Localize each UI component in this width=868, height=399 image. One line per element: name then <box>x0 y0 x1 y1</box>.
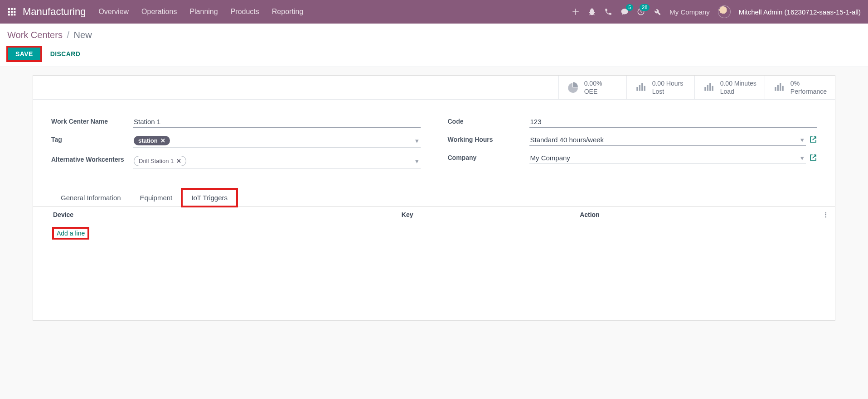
svg-rect-5 <box>14 11 15 13</box>
label-code: Code <box>448 116 525 125</box>
company-selector[interactable]: My Company <box>669 8 709 16</box>
save-button[interactable]: SAVE <box>7 47 41 61</box>
stat-lost[interactable]: 0.00 Hours Lost <box>626 76 694 99</box>
iot-table-wrap: Device Key Action ⋮ Add a line <box>33 207 835 320</box>
tag-remove-icon[interactable]: ✕ <box>160 137 165 144</box>
username[interactable]: Mitchell Admin (16230712-saas-15-1-all) <box>739 8 861 16</box>
main-menu: Overview Operations Planning Products Re… <box>98 8 303 16</box>
svg-rect-19 <box>777 85 779 91</box>
apps-icon[interactable] <box>7 7 16 16</box>
svg-rect-16 <box>709 83 711 91</box>
alt-remove-icon[interactable]: ✕ <box>176 158 181 164</box>
bar-chart-icon <box>703 81 715 94</box>
input-tag[interactable]: station ✕ ▾ <box>133 134 421 148</box>
label-company: Company <box>448 152 525 161</box>
working-hours-value: Standard 40 hours/week <box>530 136 604 144</box>
stat-oee[interactable]: 0.00% OEE <box>558 76 626 99</box>
chevron-down-icon: ▾ <box>415 157 419 165</box>
svg-rect-15 <box>707 85 708 91</box>
table-empty-space <box>33 243 835 320</box>
iot-triggers-table: Device Key Action ⋮ Add a line <box>33 207 835 243</box>
svg-rect-18 <box>775 87 776 91</box>
breadcrumb-current: New <box>74 30 92 40</box>
messages-icon[interactable]: 5 <box>621 8 629 16</box>
pie-chart-icon <box>567 81 579 94</box>
tab-equipment[interactable]: Equipment <box>131 189 182 207</box>
alt-chip-label: Drill Station 1 <box>139 158 174 164</box>
stat-load-label: Load <box>720 87 756 96</box>
svg-rect-3 <box>8 11 10 13</box>
chevron-down-icon: ▾ <box>415 137 419 145</box>
svg-rect-4 <box>11 11 13 13</box>
label-tag: Tag <box>51 134 128 143</box>
chevron-down-icon: ▾ <box>800 136 804 144</box>
svg-rect-10 <box>636 87 638 91</box>
bug-icon[interactable] <box>588 8 596 16</box>
messages-badge: 5 <box>626 4 633 11</box>
input-working-hours[interactable]: Standard 40 hours/week ▾ <box>529 134 806 146</box>
svg-rect-0 <box>8 8 10 10</box>
input-code[interactable] <box>529 116 817 128</box>
svg-rect-21 <box>782 86 783 91</box>
alt-chip[interactable]: Drill Station 1 ✕ <box>134 156 186 166</box>
avatar[interactable] <box>718 5 731 18</box>
input-alt-workcenters[interactable]: Drill Station 1 ✕ ▾ <box>133 154 421 168</box>
label-name: Work Center Name <box>51 116 128 125</box>
svg-rect-1 <box>11 8 13 10</box>
top-nav: Manufacturing Overview Operations Planni… <box>0 0 868 24</box>
tab-iot-triggers[interactable]: IoT Triggers <box>182 189 237 207</box>
svg-rect-6 <box>8 14 10 15</box>
menu-operations[interactable]: Operations <box>141 8 177 16</box>
company-value: My Company <box>530 154 570 162</box>
stat-bar: 0.00% OEE 0.00 Hours Lost 0.00 Minutes <box>33 76 835 100</box>
activities-badge: 28 <box>640 4 650 11</box>
menu-overview[interactable]: Overview <box>98 8 129 16</box>
external-link-icon[interactable] <box>810 134 817 144</box>
svg-rect-8 <box>14 14 15 15</box>
tag-chip[interactable]: station ✕ <box>134 136 170 145</box>
kebab-icon[interactable]: ⋮ <box>817 207 835 223</box>
activities-icon[interactable]: 28 <box>637 8 645 16</box>
menu-planning[interactable]: Planning <box>189 8 218 16</box>
stat-load-value: 0.00 Minutes <box>720 79 756 87</box>
phone-icon[interactable] <box>604 8 612 16</box>
input-name[interactable] <box>133 116 421 128</box>
svg-rect-7 <box>11 14 13 15</box>
tools-icon[interactable] <box>653 8 661 16</box>
breadcrumb-parent[interactable]: Work Centers <box>7 30 63 40</box>
col-key[interactable]: Key <box>396 207 574 223</box>
plus-icon[interactable] <box>572 8 580 16</box>
input-company[interactable]: My Company ▾ <box>529 152 806 164</box>
label-alt: Alternative Workcenters <box>51 154 128 163</box>
external-link-icon[interactable] <box>810 152 817 163</box>
tag-chip-label: station <box>138 137 158 144</box>
svg-rect-17 <box>712 86 713 91</box>
menu-products[interactable]: Products <box>231 8 259 16</box>
svg-rect-12 <box>641 83 643 91</box>
control-panel: Work Centers / New SAVE DISCARD <box>0 24 868 67</box>
tabs: General Information Equipment IoT Trigge… <box>33 188 835 207</box>
form-sheet: 0.00% OEE 0.00 Hours Lost 0.00 Minutes <box>33 75 835 321</box>
tab-general[interactable]: General Information <box>51 189 131 207</box>
discard-button[interactable]: DISCARD <box>46 47 85 61</box>
stat-oee-value: 0.00% <box>584 79 602 87</box>
breadcrumb-sep: / <box>67 30 69 40</box>
menu-reporting[interactable]: Reporting <box>272 8 303 16</box>
app-name[interactable]: Manufacturing <box>23 6 86 18</box>
col-device[interactable]: Device <box>33 207 396 223</box>
svg-rect-20 <box>780 83 781 91</box>
stat-load[interactable]: 0.00 Minutes Load <box>694 76 765 99</box>
stat-oee-label: OEE <box>584 87 602 96</box>
svg-rect-13 <box>644 86 645 91</box>
svg-rect-2 <box>14 8 15 10</box>
chevron-down-icon: ▾ <box>800 154 804 162</box>
stat-performance[interactable]: 0% Performance <box>765 76 835 99</box>
stat-lost-value: 0.00 Hours <box>652 79 683 87</box>
stat-perf-value: 0% <box>790 79 827 87</box>
col-action[interactable]: Action <box>574 207 817 223</box>
breadcrumb: Work Centers / New <box>7 30 861 40</box>
label-hours: Working Hours <box>448 134 525 143</box>
add-line-button[interactable]: Add a line <box>53 228 88 239</box>
action-buttons: SAVE DISCARD <box>7 47 861 61</box>
stat-lost-label: Lost <box>652 87 683 96</box>
